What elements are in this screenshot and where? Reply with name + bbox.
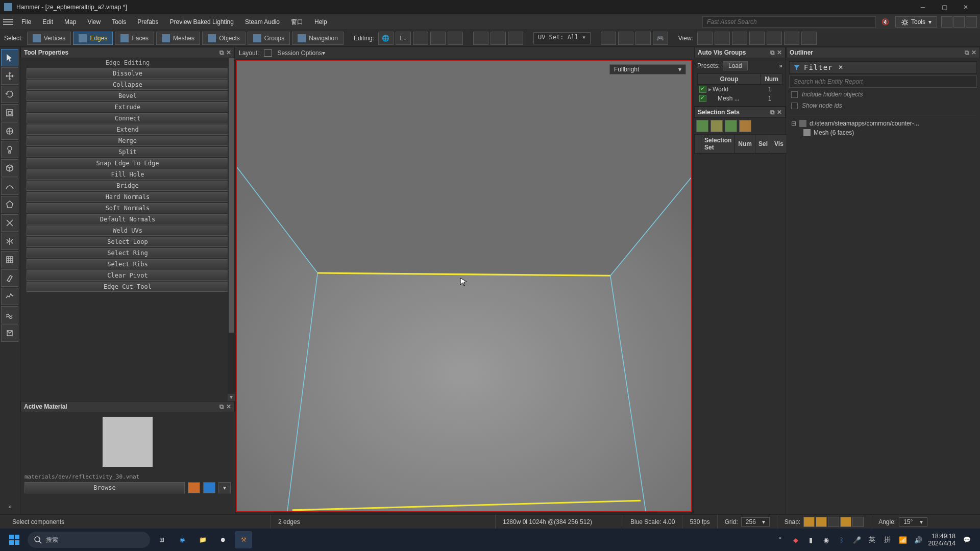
tray-steam-icon[interactable]: ◉ xyxy=(821,535,831,545)
viewport-3d[interactable]: Fullbright▾ xyxy=(236,60,692,512)
panel-pin-icon[interactable]: ⧉ xyxy=(965,49,969,56)
taskbar-explorer[interactable]: 📁 xyxy=(194,531,211,548)
menu-window[interactable]: 窗口 xyxy=(286,16,308,29)
caret-open-icon[interactable]: ⊟ xyxy=(791,120,796,127)
snap-toggle-5[interactable] xyxy=(852,517,864,527)
editing-tool-1[interactable] xyxy=(413,32,428,45)
material-action-2[interactable] xyxy=(203,482,215,493)
editing-tool-6[interactable] xyxy=(508,32,523,45)
outliner-tree-mesh[interactable]: Mesh (6 faces) xyxy=(789,128,977,137)
browse-button[interactable]: Browse xyxy=(24,482,185,493)
uv-tool-3[interactable] xyxy=(635,32,651,45)
view-tool-5[interactable] xyxy=(767,32,782,45)
tool-prop-snap-edge-to-edge[interactable]: Snap Edge To Edge xyxy=(27,158,229,168)
toolbar-expand[interactable]: » xyxy=(1,501,19,512)
session-options-dropdown[interactable]: Session Options▾ xyxy=(277,49,325,57)
rotate-tool[interactable] xyxy=(1,86,18,103)
editing-tool-2[interactable] xyxy=(430,32,446,45)
avg-row-world[interactable]: ▸ World 1 xyxy=(697,85,782,94)
polygon-tool[interactable] xyxy=(1,196,18,213)
menu-map[interactable]: Map xyxy=(59,16,81,28)
tool-prop-weld-uvs[interactable]: Weld UVs xyxy=(27,226,229,236)
snap-toggle-3[interactable] xyxy=(828,517,839,527)
panel-pin-icon[interactable]: ⧉ xyxy=(770,49,775,56)
start-button[interactable] xyxy=(4,531,24,548)
avg-row-mesh[interactable]: Mesh ... 1 xyxy=(697,94,782,103)
tool-prop-clear-pivot[interactable]: Clear Pivot xyxy=(27,270,229,281)
layout-mini-3[interactable] xyxy=(966,16,977,28)
shading-mode-dropdown[interactable]: Fullbright▾ xyxy=(609,64,686,74)
menu-edit[interactable]: Edit xyxy=(37,16,58,28)
mirror-tool[interactable] xyxy=(1,233,18,250)
paint-tool[interactable] xyxy=(1,269,18,287)
game-controller-button[interactable]: 🎮 xyxy=(653,32,668,45)
move-tool[interactable] xyxy=(1,67,18,85)
layout-mini-2[interactable] xyxy=(953,16,965,28)
material-swatch[interactable] xyxy=(102,416,153,467)
editing-tool-4[interactable] xyxy=(473,32,488,45)
tool-prop-merge[interactable]: Merge xyxy=(27,136,229,146)
tool-prop-select-ring[interactable]: Select Ring xyxy=(27,248,229,258)
panel-close-icon[interactable]: ✕ xyxy=(777,49,782,56)
clear-filter-icon[interactable]: ✕ xyxy=(838,64,843,71)
view-tool-6[interactable] xyxy=(784,32,799,45)
selset-icon-2[interactable] xyxy=(710,120,723,132)
editing-tool-3[interactable] xyxy=(448,32,463,45)
ime-mode[interactable]: 拼 xyxy=(883,535,893,545)
menu-file[interactable]: File xyxy=(16,16,36,28)
menu-help[interactable]: Help xyxy=(309,16,332,28)
mode-faces[interactable]: Faces xyxy=(115,32,154,45)
notifications-button[interactable]: 💬 xyxy=(961,534,973,546)
tray-app-1[interactable]: ◆ xyxy=(791,535,801,545)
tray-bluetooth-icon[interactable]: ᛒ xyxy=(837,535,847,545)
tool-prop-bridge[interactable]: Bridge xyxy=(27,181,229,191)
mode-vertices[interactable]: Vertices xyxy=(27,32,71,45)
tray-chevron-up-icon[interactable]: ˄ xyxy=(775,535,786,545)
include-hidden-checkbox[interactable] xyxy=(791,91,798,98)
tool-prop-extrude[interactable]: Extrude xyxy=(27,102,229,112)
tray-wifi-icon[interactable]: 📶 xyxy=(898,535,908,545)
panel-pin-icon[interactable]: ⧉ xyxy=(219,49,224,56)
tool-properties-scrollbar[interactable]: ▾ xyxy=(228,58,235,401)
outliner-filter-bar[interactable]: Filter ✕ xyxy=(789,61,977,73)
mode-objects[interactable]: Objects xyxy=(202,32,246,45)
show-node-ids-checkbox[interactable] xyxy=(791,103,798,109)
selset-icon-4[interactable] xyxy=(739,120,751,132)
tool-prop-fill-hole[interactable]: Fill Hole xyxy=(27,169,229,180)
tool-prop-soft-normals[interactable]: Soft Normals xyxy=(27,203,229,213)
tool-prop-select-loop[interactable]: Select Loop xyxy=(27,237,229,247)
checkbox-checked-icon[interactable] xyxy=(699,86,706,93)
taskbar-clock[interactable]: 18:49:18 2024/4/14 xyxy=(928,533,955,547)
tool-prop-connect[interactable]: Connect xyxy=(27,113,229,123)
tool-prop-collapse[interactable]: Collapse xyxy=(27,80,229,90)
tool-prop-bevel[interactable]: Bevel xyxy=(27,91,229,101)
taskbar-edge[interactable]: ◉ xyxy=(174,531,191,548)
panel-close-icon[interactable]: ✕ xyxy=(777,109,782,116)
panel-close-icon[interactable]: ✕ xyxy=(226,49,231,56)
ime-lang[interactable]: 英 xyxy=(867,535,877,545)
view-tool-2[interactable] xyxy=(715,32,730,45)
terrain-tool[interactable] xyxy=(1,306,18,323)
menu-steam-audio[interactable]: Steam Audio xyxy=(240,16,285,28)
material-action-3[interactable]: ▾ xyxy=(218,482,231,493)
mode-groups[interactable]: Groups xyxy=(248,32,290,45)
menu-view[interactable]: View xyxy=(82,16,106,28)
path-tool[interactable] xyxy=(1,178,18,195)
speaker-muted-icon[interactable]: 🔇 xyxy=(880,16,891,28)
tool-prop-edge-cut-tool[interactable]: Edge Cut Tool xyxy=(27,282,229,292)
maximize-button[interactable]: ▢ xyxy=(934,1,954,13)
grid-dropdown[interactable]: 256▾ xyxy=(741,517,770,527)
pivot-tool[interactable] xyxy=(1,122,18,140)
tool-prop-hard-normals[interactable]: Hard Normals xyxy=(27,192,229,202)
tool-prop-extend[interactable]: Extend xyxy=(27,124,229,135)
editing-tool-5[interactable] xyxy=(491,32,506,45)
taskbar-hammer[interactable]: ⚒ xyxy=(235,531,252,548)
select-tool[interactable] xyxy=(1,49,18,66)
scale-tool[interactable] xyxy=(1,104,18,121)
block-tool[interactable] xyxy=(1,159,18,177)
panel-pin-icon[interactable]: ⧉ xyxy=(770,109,775,116)
tool-prop-default-normals[interactable]: Default Normals xyxy=(27,214,229,224)
hamburger-icon[interactable] xyxy=(3,17,13,27)
displacement-tool[interactable] xyxy=(1,288,18,305)
mode-navigation[interactable]: Navigation xyxy=(292,32,344,45)
